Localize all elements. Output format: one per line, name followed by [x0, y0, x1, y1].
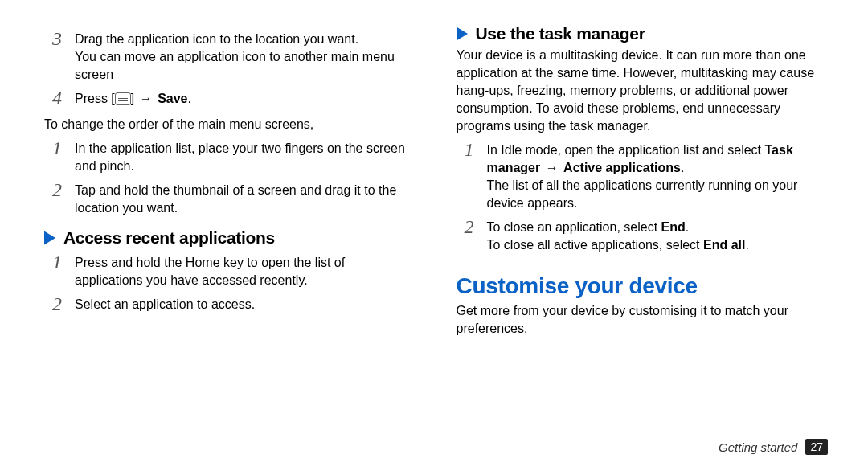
section-heading: Use the task manager: [476, 24, 645, 43]
end-all-label: End all: [703, 238, 745, 252]
step-1: 1 In Idle mode, open the application lis…: [465, 140, 829, 212]
step-text: Tap and hold the thumbnail of a screen a…: [75, 180, 416, 217]
period: .: [745, 238, 748, 252]
step-2: 2 Select an application to access.: [52, 294, 416, 313]
step-2: 2 Tap and hold the thumbnail of a screen…: [52, 180, 416, 217]
step-text: Select an application to access.: [75, 294, 255, 313]
step-number: 2: [465, 217, 487, 236]
step-number: 4: [52, 88, 75, 108]
body-text: Your device is a multitasking device. It…: [457, 47, 829, 135]
step-4-mid: ]: [131, 92, 138, 105]
content-columns: 3 Drag the application icon to the locat…: [0, 0, 868, 434]
step-number: 1: [52, 252, 75, 272]
chevron-right-icon: [44, 231, 55, 245]
manual-page: 3 Drag the application icon to the locat…: [0, 0, 868, 471]
text-fragment: In Idle mode, open the application list …: [487, 143, 765, 157]
body-text: To change the order of the main menu scr…: [44, 116, 416, 133]
step-after-text: The list of all the applications current…: [487, 178, 798, 210]
step-text: Drag the application icon to the locatio…: [75, 29, 416, 84]
step-3: 3 Drag the application icon to the locat…: [52, 29, 416, 84]
step-number: 1: [465, 140, 487, 159]
right-column: Use the task manager Your device is a mu…: [436, 24, 829, 434]
step-number: 2: [52, 294, 75, 313]
page-footer: Getting started 27: [719, 439, 828, 455]
step-text: In Idle mode, open the application list …: [487, 140, 829, 212]
step-4: 4 Press [] → Save.: [52, 88, 416, 108]
footer-chapter: Getting started: [719, 440, 797, 454]
save-label: Save: [158, 92, 187, 105]
section-heading: Access recent applications: [63, 228, 275, 248]
menu-icon: [115, 92, 131, 105]
end-label: End: [661, 220, 686, 234]
period: .: [686, 220, 689, 234]
text-fragment: To close an application, select: [487, 220, 661, 234]
step-text: To close an application, select End. To …: [487, 217, 749, 254]
chevron-right-icon: [457, 27, 468, 41]
arrow-icon: →: [138, 92, 154, 105]
section-heading-row: Access recent applications: [44, 228, 416, 248]
body-text: Get more from your device by customising…: [457, 302, 829, 338]
step-number: 2: [52, 180, 75, 199]
arrow-icon: →: [544, 161, 560, 174]
chapter-heading: Customise your device: [457, 273, 829, 299]
step-text: Press [] → Save.: [75, 88, 191, 108]
page-number: 27: [805, 439, 828, 455]
step-text: Press and hold the Home key to open the …: [75, 252, 416, 289]
step-3-line2: You can move an application icon to anot…: [75, 50, 395, 81]
section-heading-row: Use the task manager: [457, 24, 829, 43]
step-text: In the application list, place your two …: [75, 138, 416, 175]
period: .: [681, 161, 684, 174]
step-1: 1 In the application list, place your tw…: [52, 138, 416, 175]
left-column: 3 Drag the application icon to the locat…: [44, 24, 436, 434]
step-4-press: Press [: [75, 92, 115, 105]
period: .: [188, 92, 191, 105]
step-1: 1 Press and hold the Home key to open th…: [52, 252, 416, 289]
step-number: 1: [52, 138, 75, 158]
text-fragment: To close all active applications, select: [487, 238, 703, 252]
active-applications-label: Active applications: [563, 161, 681, 174]
step-3-line1: Drag the application icon to the locatio…: [75, 32, 358, 46]
step-number: 3: [52, 29, 75, 48]
step-2: 2 To close an application, select End. T…: [465, 217, 829, 254]
